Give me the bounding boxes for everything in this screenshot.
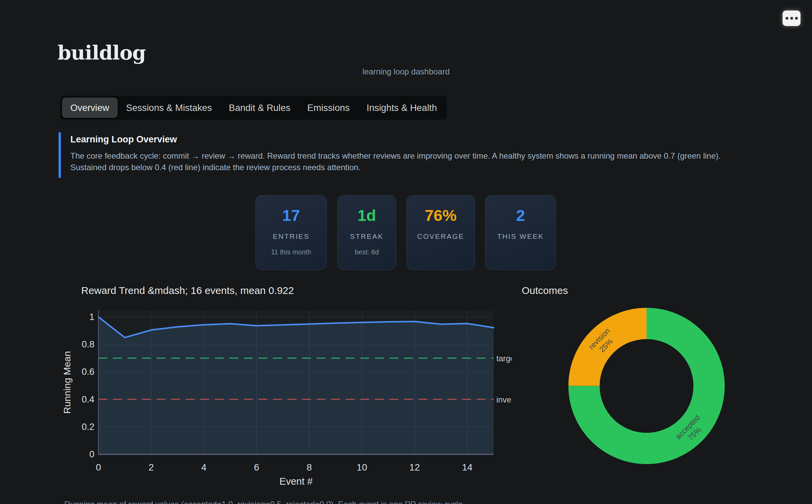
stat-card-coverage: 76% COVERAGE: [406, 195, 475, 270]
stat-card-streak: 1d STREAK best: 8d: [337, 195, 396, 270]
svg-text:10: 10: [357, 462, 367, 473]
menu-button[interactable]: [783, 10, 800, 26]
stat-card-entries: 17 ENTRIES 11 this month: [255, 195, 327, 270]
svg-text:0.8: 0.8: [82, 339, 94, 349]
tab-sessions-mistakes[interactable]: Sessions & Mistakes: [118, 98, 220, 118]
stat-value: 2: [516, 207, 525, 224]
callout-title: Learning Loop Overview: [70, 134, 749, 145]
svg-text:Event #: Event #: [279, 476, 313, 487]
ellipsis-icon: [786, 17, 798, 20]
chart-caption: Running mean of reward values (accepted=…: [64, 500, 465, 504]
svg-text:2: 2: [149, 462, 154, 473]
app-logo: buildlog: [58, 41, 146, 64]
stat-label: STREAK: [350, 232, 383, 240]
svg-text:Running Mean: Running Mean: [62, 351, 72, 414]
svg-text:investigate: investigate: [496, 395, 512, 404]
outcomes-donut-chart: accepted75%revision25%: [558, 298, 738, 477]
stat-value: 76%: [425, 207, 456, 224]
outcomes-chart-title: Outcomes: [522, 285, 568, 296]
svg-text:4: 4: [201, 462, 207, 473]
stat-label: COVERAGE: [417, 232, 464, 240]
svg-text:14: 14: [462, 462, 473, 473]
svg-text:0: 0: [96, 462, 101, 473]
stat-label: THIS WEEK: [497, 232, 544, 240]
reward-trend-chart: targetinvestigate00.20.40.60.81024681012…: [61, 305, 512, 498]
svg-text:0.4: 0.4: [82, 394, 94, 405]
stat-sub: best: 8d: [355, 248, 379, 256]
svg-text:0.2: 0.2: [82, 422, 94, 432]
tab-bar: Overview Sessions & Mistakes Bandit & Ru…: [60, 96, 447, 120]
stat-value: 17: [282, 207, 300, 224]
stat-label: ENTRIES: [273, 232, 310, 240]
dashboard-root: buildlog learning loop dashboard Overvie…: [0, 0, 812, 504]
stat-value: 1d: [358, 207, 376, 224]
callout-body: The core feedback cycle: commit → review…: [70, 150, 749, 173]
svg-text:8: 8: [307, 462, 312, 473]
tab-emissions[interactable]: Emissions: [299, 98, 358, 118]
stat-sub: 11 this month: [271, 248, 311, 256]
svg-text:0: 0: [89, 449, 94, 459]
tab-overview[interactable]: Overview: [62, 98, 117, 118]
svg-text:12: 12: [409, 462, 420, 473]
tab-insights-health[interactable]: Insights & Health: [359, 98, 445, 118]
stat-card-this-week: 2 THIS WEEK: [485, 195, 556, 270]
reward-chart-title: Reward Trend &mdash; 16 events, mean 0.9…: [81, 285, 294, 296]
tab-bandit-rules[interactable]: Bandit & Rules: [221, 98, 298, 118]
svg-text:1: 1: [89, 312, 94, 322]
app-subtitle: learning loop dashboard: [0, 67, 812, 76]
svg-text:6: 6: [254, 462, 259, 473]
svg-text:target: target: [496, 354, 512, 363]
svg-text:0.6: 0.6: [82, 367, 94, 377]
overview-callout: Learning Loop Overview The core feedback…: [59, 132, 749, 178]
